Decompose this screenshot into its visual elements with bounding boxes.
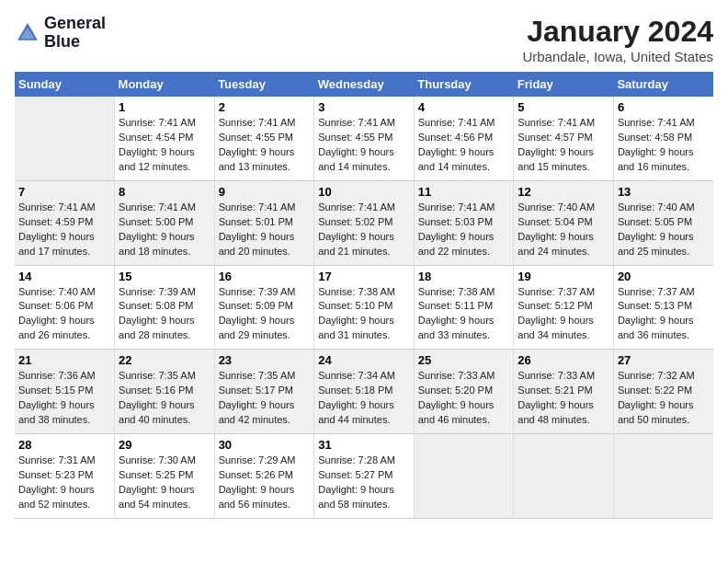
daylight: Daylight: 9 hours and 42 minutes. [219,398,311,428]
day-info: Sunrise: 7:41 AM Sunset: 5:00 PM Dayligh… [119,201,210,259]
daylight: Daylight: 9 hours and 13 minutes. [219,145,311,175]
day-info: Sunrise: 7:41 AM Sunset: 5:03 PM Dayligh… [418,201,510,259]
daylight: Daylight: 9 hours and 31 minutes. [318,314,410,343]
sunset: Sunset: 5:09 PM [219,299,311,314]
day-number: 13 [618,185,710,199]
daylight: Daylight: 9 hours and 40 minutes. [119,398,210,428]
day-cell: 16 Sunrise: 7:39 AM Sunset: 5:09 PM Dayl… [214,265,314,350]
col-saturday: Saturday [613,72,713,97]
sunrise: Sunrise: 7:41 AM [219,116,311,131]
day-cell: 12 Sunrise: 7:40 AM Sunset: 5:04 PM Dayl… [514,180,614,265]
day-number: 30 [219,438,311,452]
sunset: Sunset: 5:18 PM [318,384,410,398]
day-info: Sunrise: 7:36 AM Sunset: 5:15 PM Dayligh… [18,369,110,428]
day-number: 20 [618,270,710,283]
day-info: Sunrise: 7:31 AM Sunset: 5:23 PM Dayligh… [18,454,110,512]
day-info: Sunrise: 7:41 AM Sunset: 5:01 PM Dayligh… [219,201,311,259]
day-cell: 8 Sunrise: 7:41 AM Sunset: 5:00 PM Dayli… [115,180,215,265]
sunrise: Sunrise: 7:31 AM [18,454,110,468]
sunset: Sunset: 5:25 PM [119,468,210,483]
day-cell: 18 Sunrise: 7:38 AM Sunset: 5:11 PM Dayl… [414,265,514,350]
day-info: Sunrise: 7:35 AM Sunset: 5:16 PM Dayligh… [119,369,210,428]
sunrise: Sunrise: 7:38 AM [318,285,410,300]
daylight: Daylight: 9 hours and 24 minutes. [518,230,609,259]
day-info: Sunrise: 7:41 AM Sunset: 4:55 PM Dayligh… [318,116,410,175]
week-row-3: 14 Sunrise: 7:40 AM Sunset: 5:06 PM Dayl… [15,265,713,350]
day-cell [514,434,614,519]
day-cell [15,97,115,180]
sunset: Sunset: 5:22 PM [618,384,710,398]
col-tuesday: Tuesday [214,72,314,97]
day-info: Sunrise: 7:34 AM Sunset: 5:18 PM Dayligh… [318,369,410,428]
day-info: Sunrise: 7:41 AM Sunset: 4:54 PM Dayligh… [119,116,210,175]
day-info: Sunrise: 7:30 AM Sunset: 5:25 PM Dayligh… [119,454,210,512]
day-info: Sunrise: 7:33 AM Sunset: 5:21 PM Dayligh… [518,369,609,428]
daylight: Daylight: 9 hours and 44 minutes. [318,398,410,428]
day-info: Sunrise: 7:37 AM Sunset: 5:12 PM Dayligh… [518,285,609,344]
sunrise: Sunrise: 7:41 AM [119,116,210,131]
day-number: 1 [119,100,210,114]
day-number: 21 [18,353,110,367]
daylight: Daylight: 9 hours and 56 minutes. [219,483,311,512]
day-cell: 11 Sunrise: 7:41 AM Sunset: 5:03 PM Dayl… [414,180,514,265]
day-number: 19 [518,270,609,283]
sunset: Sunset: 5:26 PM [219,468,311,483]
day-cell [613,434,713,519]
sunset: Sunset: 5:00 PM [119,215,210,230]
sunset: Sunset: 5:21 PM [518,384,609,398]
sunrise: Sunrise: 7:37 AM [518,285,609,300]
sunset: Sunset: 4:58 PM [618,131,710,145]
sunset: Sunset: 5:16 PM [119,384,210,398]
daylight: Daylight: 9 hours and 17 minutes. [18,230,110,259]
day-cell: 20 Sunrise: 7:37 AM Sunset: 5:13 PM Dayl… [613,265,713,350]
sunrise: Sunrise: 7:35 AM [219,369,311,384]
day-info: Sunrise: 7:38 AM Sunset: 5:11 PM Dayligh… [418,285,510,344]
day-cell: 23 Sunrise: 7:35 AM Sunset: 5:17 PM Dayl… [214,350,314,434]
sunrise: Sunrise: 7:34 AM [318,369,410,384]
day-cell: 13 Sunrise: 7:40 AM Sunset: 5:05 PM Dayl… [613,180,713,265]
logo-icon [15,20,40,46]
day-cell: 27 Sunrise: 7:32 AM Sunset: 5:22 PM Dayl… [613,350,713,434]
logo-line1: General [44,15,106,33]
sunset: Sunset: 4:55 PM [219,131,311,145]
day-number: 9 [219,185,311,199]
col-monday: Monday [115,72,215,97]
day-cell: 28 Sunrise: 7:31 AM Sunset: 5:23 PM Dayl… [15,434,115,519]
day-info: Sunrise: 7:29 AM Sunset: 5:26 PM Dayligh… [219,454,311,512]
daylight: Daylight: 9 hours and 14 minutes. [318,145,410,175]
week-row-1: 1 Sunrise: 7:41 AM Sunset: 4:54 PM Dayli… [15,97,713,180]
sunset: Sunset: 5:17 PM [219,384,311,398]
sunrise: Sunrise: 7:37 AM [618,285,710,300]
sunrise: Sunrise: 7:28 AM [318,454,410,468]
sunset: Sunset: 5:01 PM [219,215,311,230]
daylight: Daylight: 9 hours and 48 minutes. [518,398,609,428]
day-info: Sunrise: 7:39 AM Sunset: 5:08 PM Dayligh… [119,285,210,344]
daylight: Daylight: 9 hours and 29 minutes. [219,314,311,343]
day-cell: 31 Sunrise: 7:28 AM Sunset: 5:27 PM Dayl… [314,434,415,519]
sunrise: Sunrise: 7:40 AM [18,285,110,300]
day-info: Sunrise: 7:40 AM Sunset: 5:05 PM Dayligh… [618,201,710,259]
calendar-table: Sunday Monday Tuesday Wednesday Thursday… [15,72,713,519]
day-number: 15 [119,270,210,283]
sunset: Sunset: 5:04 PM [518,215,609,230]
daylight: Daylight: 9 hours and 12 minutes. [119,145,210,175]
sunrise: Sunrise: 7:35 AM [119,369,210,384]
week-row-5: 28 Sunrise: 7:31 AM Sunset: 5:23 PM Dayl… [15,434,713,519]
daylight: Daylight: 9 hours and 34 minutes. [518,314,609,343]
sunrise: Sunrise: 7:40 AM [618,201,710,215]
daylight: Daylight: 9 hours and 50 minutes. [618,398,710,428]
sunrise: Sunrise: 7:39 AM [119,285,210,300]
sunrise: Sunrise: 7:33 AM [418,369,510,384]
week-row-4: 21 Sunrise: 7:36 AM Sunset: 5:15 PM Dayl… [15,350,713,434]
sunset: Sunset: 5:23 PM [18,468,110,483]
sunrise: Sunrise: 7:29 AM [219,454,311,468]
daylight: Daylight: 9 hours and 22 minutes. [418,230,510,259]
sunset: Sunset: 5:08 PM [119,299,210,314]
day-cell: 2 Sunrise: 7:41 AM Sunset: 4:55 PM Dayli… [214,97,314,180]
sunset: Sunset: 5:11 PM [418,299,510,314]
sunrise: Sunrise: 7:39 AM [219,285,311,300]
week-row-2: 7 Sunrise: 7:41 AM Sunset: 4:59 PM Dayli… [15,180,713,265]
daylight: Daylight: 9 hours and 15 minutes. [518,145,609,175]
sunrise: Sunrise: 7:36 AM [18,369,110,384]
daylight: Daylight: 9 hours and 33 minutes. [418,314,510,343]
